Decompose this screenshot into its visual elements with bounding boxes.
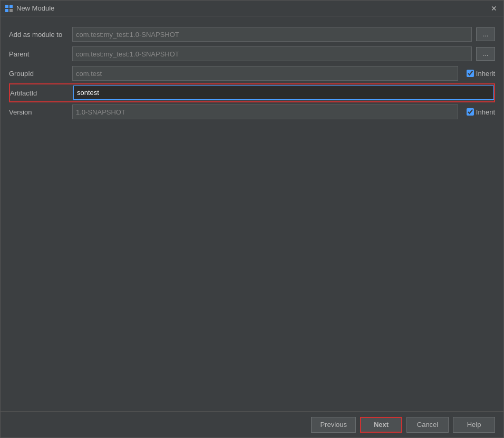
help-button[interactable]: Help bbox=[453, 417, 495, 433]
groupid-label: GroupId bbox=[9, 70, 72, 78]
groupid-inherit-checkbox[interactable] bbox=[467, 70, 474, 77]
add-as-module-browse-button[interactable]: ... bbox=[476, 27, 495, 41]
spacer bbox=[9, 122, 495, 403]
version-input-container: Inherit bbox=[72, 104, 495, 119]
title-bar: New Module ✕ bbox=[1, 1, 503, 16]
parent-input[interactable] bbox=[72, 46, 472, 61]
groupid-inherit-container: Inherit bbox=[467, 70, 495, 78]
artifactid-label: ArtifactId bbox=[10, 89, 73, 97]
footer: Previous Next Cancel Help bbox=[1, 411, 503, 437]
groupid-row: GroupId Inherit bbox=[9, 64, 495, 83]
groupid-input-container: Inherit bbox=[72, 66, 495, 81]
next-button[interactable]: Next bbox=[360, 417, 402, 433]
window-title: New Module bbox=[16, 4, 54, 12]
title-bar-left: New Module bbox=[5, 4, 54, 13]
svg-rect-3 bbox=[9, 9, 13, 12]
artifactid-input[interactable] bbox=[73, 85, 494, 100]
add-as-module-input[interactable] bbox=[72, 27, 472, 42]
parent-row: Parent ... bbox=[9, 44, 495, 64]
close-button[interactable]: ✕ bbox=[489, 3, 499, 14]
add-as-module-label: Add as module to bbox=[9, 31, 72, 39]
svg-rect-1 bbox=[9, 5, 13, 8]
artifactid-row: ArtifactId bbox=[9, 83, 495, 102]
svg-rect-2 bbox=[5, 9, 8, 12]
version-row: Version Inherit bbox=[9, 102, 495, 122]
cancel-button[interactable]: Cancel bbox=[406, 417, 449, 433]
version-input[interactable] bbox=[72, 104, 458, 119]
new-module-dialog: New Module ✕ Add as module to ... Parent… bbox=[0, 0, 504, 438]
svg-rect-0 bbox=[5, 5, 8, 8]
add-as-module-row: Add as module to ... bbox=[9, 25, 495, 44]
artifactid-input-container bbox=[73, 85, 494, 100]
form-content: Add as module to ... Parent ... GroupId … bbox=[1, 16, 503, 411]
groupid-inherit-label: Inherit bbox=[476, 70, 495, 78]
version-label: Version bbox=[9, 108, 72, 116]
groupid-input[interactable] bbox=[72, 66, 458, 81]
previous-button[interactable]: Previous bbox=[311, 417, 356, 433]
version-inherit-checkbox[interactable] bbox=[467, 108, 474, 116]
version-inherit-label: Inherit bbox=[476, 108, 495, 116]
parent-input-container: ... bbox=[72, 46, 495, 61]
version-inherit-container: Inherit bbox=[467, 108, 495, 116]
parent-label: Parent bbox=[9, 50, 72, 58]
module-icon bbox=[5, 4, 13, 13]
add-as-module-input-container: ... bbox=[72, 27, 495, 42]
parent-browse-button[interactable]: ... bbox=[476, 47, 495, 61]
